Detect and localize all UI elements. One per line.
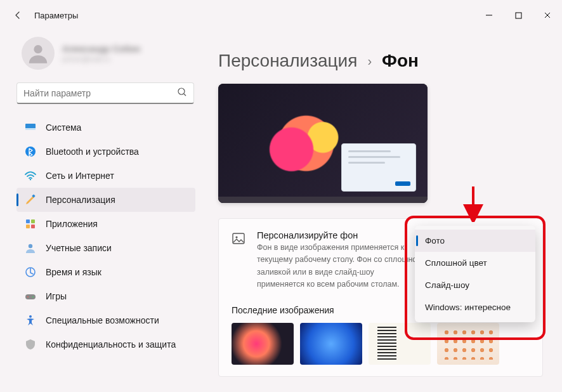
sidebar-item-personalization[interactable]: Персонализация xyxy=(16,188,195,212)
maximize-button[interactable] xyxy=(504,5,533,25)
profile-text: Александр Собин primer@mail.ru xyxy=(62,43,140,63)
sidebar-item-network[interactable]: Сеть и Интернет xyxy=(16,164,195,188)
dropdown-option-solid[interactable]: Сплошной цвет xyxy=(415,252,535,274)
sidebar-item-bluetooth[interactable]: Bluetooth и устройства xyxy=(16,140,195,164)
recent-image-thumb[interactable] xyxy=(232,323,294,365)
window-controls xyxy=(474,5,562,25)
dropdown-option-photo[interactable]: Фото xyxy=(415,230,535,252)
breadcrumb-current: Фон xyxy=(382,51,419,71)
recent-image-thumb[interactable] xyxy=(369,323,431,365)
close-button[interactable] xyxy=(533,5,562,25)
accessibility-icon xyxy=(24,314,37,327)
svg-point-3 xyxy=(178,88,185,95)
svg-rect-20 xyxy=(233,233,244,244)
sidebar-item-label: Учетные записи xyxy=(46,243,112,253)
svg-rect-16 xyxy=(25,294,36,299)
sidebar-item-label: Система xyxy=(46,122,81,133)
svg-rect-10 xyxy=(26,219,30,223)
breadcrumb: Персонализация › Фон xyxy=(218,30,543,84)
svg-point-2 xyxy=(34,45,42,53)
window-title: Параметры xyxy=(34,11,78,20)
bluetooth-icon xyxy=(24,145,37,158)
recent-image-thumb[interactable] xyxy=(437,323,499,365)
monitor-icon xyxy=(24,121,37,134)
sidebar-item-accounts[interactable]: Учетные записи xyxy=(16,236,195,260)
background-type-dropdown[interactable]: Фото Сплошной цвет Слайд-шоу Windows: ин… xyxy=(415,226,535,322)
svg-point-17 xyxy=(27,296,29,297)
svg-rect-12 xyxy=(26,225,30,228)
svg-point-19 xyxy=(29,315,32,318)
sidebar: Александр Собин primer@mail.ru Система B… xyxy=(0,30,203,392)
sidebar-item-label: Игры xyxy=(46,291,67,301)
wifi-icon xyxy=(24,169,37,182)
search-input[interactable] xyxy=(23,88,177,98)
sidebar-item-privacy[interactable]: Конфиденциальность и защита xyxy=(16,332,195,356)
sidebar-item-label: Время и язык xyxy=(46,267,101,277)
person-icon xyxy=(24,242,37,254)
sidebar-item-gaming[interactable]: Игры xyxy=(16,284,195,308)
svg-line-4 xyxy=(184,94,186,96)
dropdown-option-spotlight[interactable]: Windows: интересное xyxy=(415,296,535,318)
search-icon xyxy=(177,87,187,99)
sidebar-item-accessibility[interactable]: Специальные возможности xyxy=(16,308,195,332)
svg-rect-1 xyxy=(516,13,521,18)
sidebar-item-system[interactable]: Система xyxy=(16,115,195,140)
card-description: Фон в виде изображения применяется к тек… xyxy=(257,242,422,291)
shield-icon xyxy=(24,338,37,351)
nav-list: Система Bluetooth и устройства Сеть и Ин… xyxy=(16,115,198,392)
avatar xyxy=(22,37,55,70)
sidebar-item-label: Сеть и Интернет xyxy=(46,171,114,181)
sidebar-item-label: Персонализация xyxy=(46,195,115,205)
card-title: Персонализируйте фон xyxy=(257,230,422,240)
recent-image-thumb[interactable] xyxy=(300,323,362,365)
sidebar-item-label: Bluetooth и устройства xyxy=(46,147,139,157)
profile-email: primer@mail.ru xyxy=(62,55,140,63)
search-box[interactable] xyxy=(16,82,194,104)
svg-point-21 xyxy=(235,236,237,238)
svg-rect-6 xyxy=(25,128,36,130)
titlebar: Параметры xyxy=(0,0,562,30)
window-mock xyxy=(341,143,416,192)
gamepad-icon xyxy=(24,290,37,303)
back-button[interactable] xyxy=(5,3,30,28)
sidebar-item-label: Конфиденциальность и защита xyxy=(46,339,176,350)
chevron-right-icon: › xyxy=(367,54,372,69)
paintbrush-icon xyxy=(24,193,37,206)
minimize-button[interactable] xyxy=(474,5,504,25)
sidebar-item-time-language[interactable]: Время и язык xyxy=(16,260,195,284)
svg-rect-13 xyxy=(31,225,35,228)
recent-images-row xyxy=(232,323,530,365)
taskbar-mock xyxy=(218,197,428,203)
svg-point-14 xyxy=(29,244,32,248)
apps-icon xyxy=(24,218,37,230)
main-content: Персонализация › Фон Персонализируйте фо… xyxy=(203,30,562,392)
profile-block[interactable]: Александр Собин primer@mail.ru xyxy=(16,30,198,82)
breadcrumb-parent[interactable]: Персонализация xyxy=(218,51,357,71)
sidebar-item-label: Специальные возможности xyxy=(46,315,159,325)
sidebar-item-label: Приложения xyxy=(46,219,98,229)
desktop-preview xyxy=(218,84,428,203)
dropdown-option-slideshow[interactable]: Слайд-шоу xyxy=(415,274,535,296)
svg-point-18 xyxy=(32,296,34,297)
picture-icon xyxy=(232,232,245,245)
globe-clock-icon xyxy=(24,266,37,278)
svg-point-8 xyxy=(30,179,31,180)
svg-rect-11 xyxy=(31,219,35,223)
profile-name: Александр Собин xyxy=(62,43,140,55)
sidebar-item-apps[interactable]: Приложения xyxy=(16,212,195,236)
